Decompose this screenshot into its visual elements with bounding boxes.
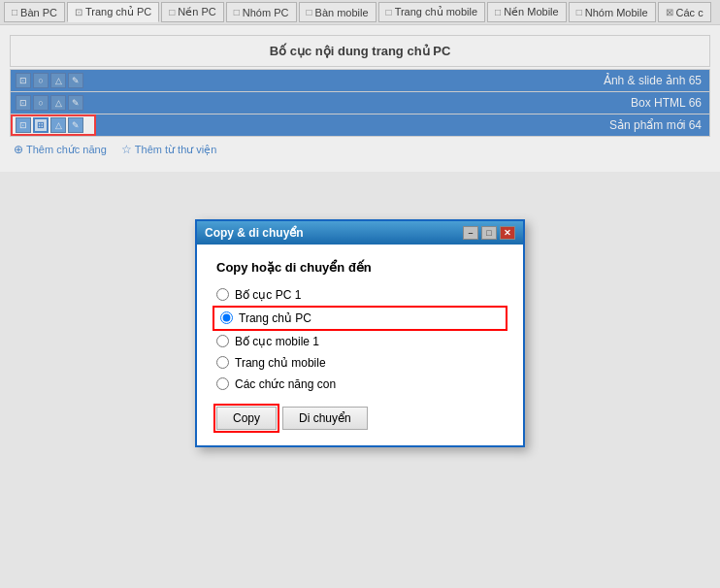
modal-body-title: Copy hoặc di chuyển đến [216,260,504,275]
radio-bo-cuc-pc-1-label: Bố cục PC 1 [235,288,301,302]
modal-close-button[interactable]: ✕ [500,226,515,240]
radio-cac-chuc-nang-con[interactable] [216,377,229,390]
move-button[interactable]: Di chuyển [282,407,368,430]
modal-title: Copy & di chuyển [205,226,304,240]
radio-trang-chu-mobile-label: Trang chủ mobile [235,356,326,370]
radio-option-bo-cuc-mobile-1: Bố cục mobile 1 [216,335,504,348]
modal-minimize-button[interactable]: – [463,226,478,240]
modal-overlay: Copy & di chuyển – □ ✕ Copy hoặc di chuy… [0,0,720,588]
radio-cac-chuc-nang-con-label: Các chức năng con [235,377,336,391]
radio-bo-cuc-mobile-1[interactable] [216,335,229,347]
radio-trang-chu-mobile[interactable] [216,356,229,369]
modal-body: Copy hoặc di chuyển đến Bố cục PC 1 Tran… [197,245,523,445]
radio-option-bo-cuc-pc-1: Bố cục PC 1 [216,288,504,302]
radio-option-trang-chu-mobile: Trang chủ mobile [216,356,504,370]
radio-trang-chu-pc[interactable] [220,311,233,324]
radio-trang-chu-pc-label: Trang chủ PC [239,311,311,325]
modal-controls: – □ ✕ [463,226,515,240]
radio-option-trang-chu-pc: Trang chủ PC [216,310,504,327]
modal-button-row: Copy Di chuyển [216,407,504,430]
radio-bo-cuc-mobile-1-label: Bố cục mobile 1 [235,335,319,348]
modal-restore-button[interactable]: □ [481,226,497,240]
copy-move-dialog: Copy & di chuyển – □ ✕ Copy hoặc di chuy… [195,219,525,447]
radio-option-cac-chuc-nang-con: Các chức năng con [216,377,504,391]
modal-titlebar: Copy & di chuyển – □ ✕ [197,221,523,245]
radio-bo-cuc-pc-1[interactable] [216,288,229,301]
copy-button[interactable]: Copy [216,407,277,430]
